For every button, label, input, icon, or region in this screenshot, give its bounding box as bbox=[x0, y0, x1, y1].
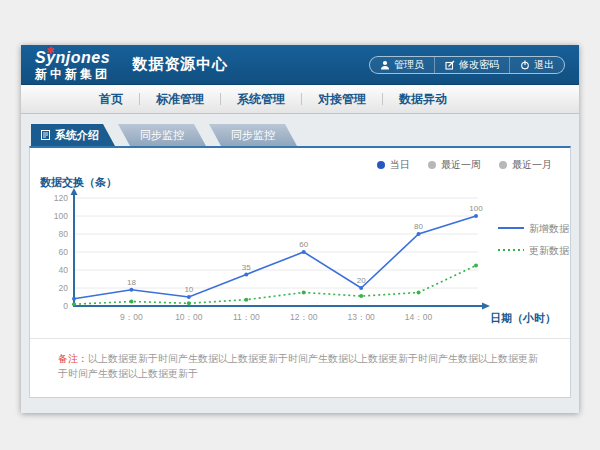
svg-text:35: 35 bbox=[242, 263, 251, 272]
change-password-label: 修改密码 bbox=[459, 58, 499, 72]
chart-panel: 当日 最近一周 最近一月 数据交换（条）0204060801001209：001… bbox=[29, 146, 571, 398]
brand-logo: Synjones ✱ 新中新集团 bbox=[35, 50, 110, 80]
remark-text: 以上数据更新于时间产生数据以上数据更新于时间产生数据以上数据更新于时间产生数据以… bbox=[58, 353, 538, 379]
logout-button[interactable]: 退出 bbox=[509, 57, 564, 73]
user-account-button[interactable]: 管理员 bbox=[370, 57, 434, 73]
remark-label: 备注： bbox=[58, 353, 88, 364]
svg-text:10: 10 bbox=[184, 285, 193, 294]
tab-sync-monitor-1[interactable]: 同步监控 bbox=[118, 124, 206, 146]
svg-text:40: 40 bbox=[59, 265, 69, 275]
remark-note: 备注：以上数据更新于时间产生数据以上数据更新于时间产生数据以上数据更新于时间产生… bbox=[30, 338, 570, 381]
svg-text:100: 100 bbox=[469, 204, 483, 213]
logo-flower-icon: ✱ bbox=[46, 46, 54, 56]
svg-text:9：00: 9：00 bbox=[120, 312, 143, 322]
filter-option-today[interactable]: 当日 bbox=[377, 158, 410, 172]
tab-label: 同步监控 bbox=[140, 128, 184, 143]
tab-sync-monitor-2[interactable]: 同步监控 bbox=[209, 124, 297, 146]
tab-label: 同步监控 bbox=[231, 128, 275, 143]
user-toolbar: 管理员 修改密码 退出 bbox=[369, 56, 565, 74]
edit-icon bbox=[445, 60, 455, 70]
document-icon bbox=[41, 130, 50, 140]
main-nav: 首页 标准管理 系统管理 对接管理 数据异动 bbox=[21, 85, 579, 114]
radio-icon bbox=[377, 161, 385, 169]
content-area: 系统介绍 同步监控 同步监控 当日 最近一周 bbox=[21, 114, 579, 398]
svg-text:新增数据: 新增数据 bbox=[529, 223, 570, 234]
tab-label: 系统介绍 bbox=[55, 128, 99, 143]
svg-text:60: 60 bbox=[59, 247, 69, 257]
filter-label: 最近一月 bbox=[512, 158, 552, 172]
nav-item-data-change[interactable]: 数据异动 bbox=[383, 91, 463, 108]
time-range-filter: 当日 最近一周 最近一月 bbox=[30, 148, 570, 172]
svg-text:100: 100 bbox=[54, 211, 68, 221]
svg-text:20: 20 bbox=[59, 283, 69, 293]
svg-text:20: 20 bbox=[357, 276, 366, 285]
power-icon bbox=[520, 60, 530, 70]
svg-text:日期（小时）: 日期（小时） bbox=[490, 312, 556, 325]
svg-text:12：00: 12：00 bbox=[290, 312, 318, 322]
filter-option-last-week[interactable]: 最近一周 bbox=[428, 158, 481, 172]
svg-text:13：00: 13：00 bbox=[347, 312, 375, 322]
svg-text:0: 0 bbox=[63, 301, 68, 311]
svg-text:14：00: 14：00 bbox=[405, 312, 433, 322]
svg-text:数据交换（条）: 数据交换（条） bbox=[39, 176, 117, 189]
svg-text:11：00: 11：00 bbox=[233, 312, 260, 322]
app-window: Synjones ✱ 新中新集团 数据资源中心 管理员 修改密码 bbox=[21, 45, 579, 413]
filter-label: 最近一周 bbox=[441, 158, 481, 172]
nav-item-interface-mgmt[interactable]: 对接管理 bbox=[302, 91, 382, 108]
radio-icon bbox=[428, 161, 436, 169]
filter-label: 当日 bbox=[390, 158, 410, 172]
logo-text-cn: 新中新集团 bbox=[35, 68, 110, 80]
person-icon bbox=[380, 60, 390, 70]
page-title: 数据资源中心 bbox=[132, 55, 228, 74]
svg-text:18: 18 bbox=[127, 278, 136, 287]
nav-item-system-mgmt[interactable]: 系统管理 bbox=[221, 91, 301, 108]
nav-item-home[interactable]: 首页 bbox=[83, 91, 139, 108]
svg-text:80: 80 bbox=[414, 222, 423, 231]
svg-text:80: 80 bbox=[59, 229, 69, 239]
line-chart: 数据交换（条）0204060801001209：0010：0011：0012：0… bbox=[30, 172, 572, 336]
app-header: Synjones ✱ 新中新集团 数据资源中心 管理员 修改密码 bbox=[21, 45, 579, 85]
svg-text:60: 60 bbox=[299, 240, 308, 249]
radio-icon bbox=[499, 161, 507, 169]
change-password-button[interactable]: 修改密码 bbox=[434, 57, 509, 73]
svg-text:10：00: 10：00 bbox=[175, 312, 203, 322]
user-account-label: 管理员 bbox=[394, 58, 424, 72]
svg-text:更新数据: 更新数据 bbox=[529, 245, 570, 256]
tab-system-intro[interactable]: 系统介绍 bbox=[31, 124, 115, 146]
nav-item-standard-mgmt[interactable]: 标准管理 bbox=[140, 91, 220, 108]
filter-option-last-month[interactable]: 最近一月 bbox=[499, 158, 552, 172]
logout-label: 退出 bbox=[534, 58, 554, 72]
svg-text:120: 120 bbox=[54, 193, 68, 203]
tab-bar: 系统介绍 同步监控 同步监控 bbox=[31, 124, 571, 146]
